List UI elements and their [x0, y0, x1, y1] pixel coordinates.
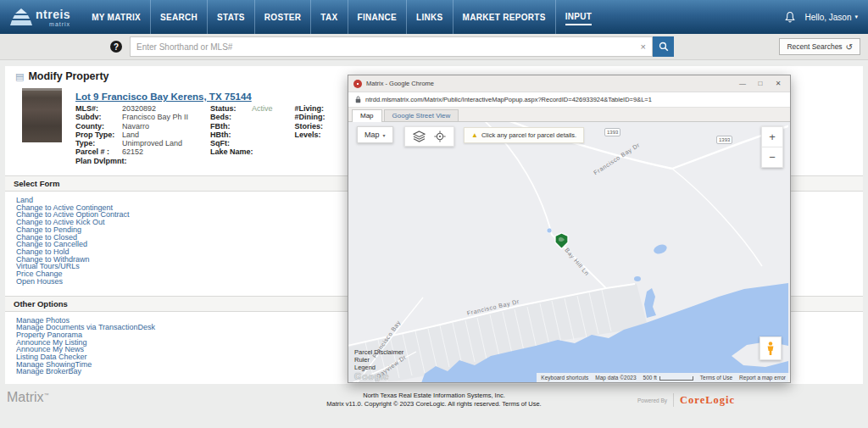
notification-bell-icon[interactable] — [784, 11, 796, 24]
page-footer: Matrix™ North Texas Real Estate Informat… — [0, 386, 868, 428]
nav-item-label: FINANCE — [358, 10, 398, 25]
ntreis-pyramid-icon — [10, 8, 32, 27]
nav-item[interactable]: FINANCE — [348, 0, 407, 34]
property-address-link[interactable]: Lot 9 Francisco Bay Kerens, TX 75144 — [75, 92, 252, 102]
user-menu[interactable]: Hello, Jason ▾ — [804, 13, 858, 22]
search-button[interactable] — [653, 36, 674, 57]
property-detail-value: Land — [122, 131, 139, 139]
nav-item-label: INPUT — [565, 9, 593, 25]
report-map-error-link[interactable]: Report a map error — [739, 375, 786, 381]
matrix-app-icon — [353, 80, 362, 88]
close-button[interactable]: ✕ — [771, 80, 785, 87]
property-detail-row: #Dining: — [295, 113, 331, 121]
parcel-notice: ▲ Click any parcel for parcel details. — [464, 127, 584, 143]
speedbar-search: × — [130, 36, 653, 57]
nav-item[interactable]: TAX — [310, 0, 347, 34]
zoom-in-button[interactable]: + — [762, 127, 782, 147]
nav-item-label: TAX — [320, 10, 337, 25]
property-detail-label: Parcel # : — [75, 147, 120, 156]
page-title: Modify Property — [28, 70, 108, 82]
google-watermark: Google — [354, 371, 389, 381]
property-detail-row: SqFt: — [210, 139, 273, 147]
property-detail-row: Levels: — [295, 131, 331, 139]
parcel-target-icon[interactable] — [434, 131, 446, 142]
property-detail-value: 20320892 — [122, 104, 156, 113]
ntreis-logo[interactable]: ntreis matrix — [10, 8, 70, 27]
property-detail-label: #Dining: — [295, 113, 329, 121]
property-detail-row: County: Navarro — [75, 122, 188, 131]
property-detail-label: Lake Name: — [210, 147, 249, 156]
property-detail-label: Levels: — [295, 131, 329, 139]
nav-item[interactable]: MARKET REPORTS — [453, 0, 555, 34]
map-type-label: Map — [364, 131, 380, 139]
clear-search-icon[interactable]: × — [635, 42, 652, 52]
interactive-map[interactable]: Map ▾ ▲ Click any parcel for parcel deta… — [348, 122, 790, 382]
minimize-button[interactable]: — — [736, 80, 749, 87]
property-detail-row: Status: Active — [210, 104, 273, 113]
parcel-notice-text: Click any parcel for parcel details. — [481, 131, 576, 139]
nav-item[interactable]: ROSTER — [254, 0, 310, 34]
property-detail-label: Stories: — [295, 122, 329, 131]
property-detail-row: Subdv: Francisco Bay Ph II — [75, 113, 188, 121]
property-detail-value: Navarro — [122, 122, 149, 131]
map-type-button[interactable]: Map ▾ — [357, 126, 393, 143]
road-shield: 1393 — [604, 128, 620, 136]
pegman-control[interactable] — [760, 336, 782, 360]
property-detail-value: Francisco Bay Ph II — [122, 113, 188, 121]
nav-item[interactable]: MY MATRIX — [82, 0, 150, 34]
top-navigation: ntreis matrix MY MATRIX SEARCH STATS ROS… — [0, 0, 868, 34]
property-details-col3: #Living: #Dining: Stories: Levels: — [295, 104, 331, 165]
page-url[interactable]: ntrdd.mlsmatrix.com/Matrix/Public/Intera… — [365, 96, 652, 103]
powered-by-label: Powered By — [637, 397, 667, 403]
property-detail-label: County: — [75, 122, 120, 131]
property-details-col2: Status: Active Beds: FBth: HBth: SqFt: L… — [210, 104, 273, 165]
map-popup-window: Matrix - Google Chrome — □ ✕ ntrdd.mlsma… — [348, 75, 791, 383]
lock-icon — [355, 96, 361, 103]
map-tool-links: Parcel DisclaimerRulerLegend — [354, 348, 403, 371]
brand-sub: matrix — [36, 21, 70, 27]
nav-item[interactable]: SEARCH — [150, 0, 207, 34]
window-title: Matrix - Google Chrome — [366, 80, 732, 87]
nav-item[interactable]: INPUT — [555, 0, 602, 34]
property-detail-label: SqFt: — [210, 139, 249, 147]
maximize-button[interactable]: □ — [754, 80, 767, 87]
map-tool-link[interactable]: Parcel Disclaimer — [354, 348, 403, 356]
property-detail-row: MLS#: 20320892 — [75, 104, 188, 113]
zoom-out-button[interactable]: − — [762, 147, 782, 167]
popup-tab[interactable]: Google Street View — [384, 109, 459, 121]
search-bar-row: ? × Recent Searches ↺ — [0, 34, 868, 60]
property-photo-thumbnail[interactable] — [22, 88, 62, 142]
keyboard-shortcuts-link[interactable]: Keyboard shortcuts — [541, 375, 588, 381]
search-input[interactable] — [131, 42, 635, 52]
map-data-copyright: Map data ©2023 — [595, 375, 636, 381]
scale-label: 500 ft — [643, 375, 657, 381]
map-attribution: Keyboard shortcuts Map data ©2023 500 ft… — [537, 373, 790, 382]
property-detail-row: #Living: — [295, 104, 331, 113]
property-detail-row: Type: Unimproved Land — [75, 139, 188, 147]
user-greeting: Hello, Jason — [804, 13, 851, 22]
property-details-col1: MLS#: 20320892 Subdv: Francisco Bay Ph I… — [75, 104, 188, 165]
footer-line2: Matrix v11.0. Copyright © 2023 CoreLogic… — [0, 400, 868, 409]
popup-tab[interactable]: Map — [352, 109, 382, 122]
map-tool-link[interactable]: Legend — [354, 364, 403, 371]
property-detail-label: #Living: — [295, 104, 329, 113]
property-detail-value: Active — [252, 104, 273, 113]
zoom-control: + − — [761, 126, 783, 168]
nav-item[interactable]: STATS — [207, 0, 254, 34]
popup-tab-label: Google Street View — [392, 112, 451, 120]
scale-bar — [659, 376, 693, 381]
corelogic-logo: CoreLogic — [680, 394, 735, 407]
layers-icon[interactable] — [413, 131, 426, 142]
nav-item[interactable]: LINKS — [406, 0, 453, 34]
property-detail-value: Unimproved Land — [122, 139, 182, 147]
divider — [673, 393, 674, 407]
warning-icon: ▲ — [471, 131, 478, 139]
recent-searches-button[interactable]: Recent Searches ↺ — [779, 38, 860, 55]
help-icon[interactable]: ? — [110, 41, 122, 53]
nav-item-label: MARKET REPORTS — [463, 10, 546, 25]
window-titlebar[interactable]: Matrix - Google Chrome — □ ✕ — [348, 75, 790, 92]
map-tool-link[interactable]: Ruler — [354, 356, 403, 364]
property-detail-row: Prop Type: Land — [75, 131, 188, 139]
recent-searches-label: Recent Searches — [787, 42, 842, 51]
terms-of-use-link[interactable]: Terms of Use — [700, 375, 732, 381]
